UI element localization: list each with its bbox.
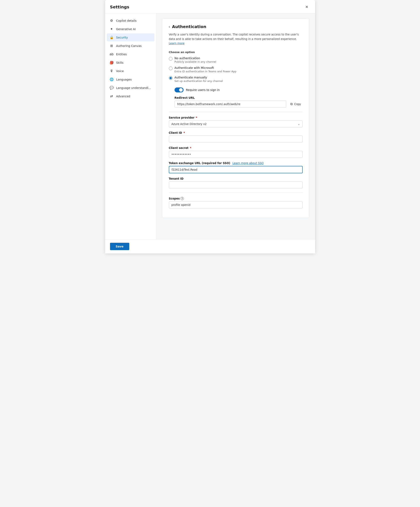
radio-option-microsoft[interactable]: Authenticate with Microsoft Entra ID aut… (169, 66, 303, 73)
microsoft-auth-label: Authenticate with Microsoft (175, 66, 236, 70)
scopes-field-group: Scopes i (169, 197, 303, 208)
tenant-id-label: Tenant ID (169, 177, 303, 180)
sidebar-icon-language-understanding: 💬 (110, 86, 114, 90)
tenant-id-field-group: Tenant ID (169, 177, 303, 189)
auth-description: Verify a user's identity during a conver… (169, 32, 303, 46)
footer-bar: Save (105, 239, 315, 254)
auth-title: Authentication (172, 24, 206, 29)
sidebar-label-authoring-canvas: Authoring Canvas (116, 44, 142, 48)
no-auth-sublabel: Publicly available in any channel (175, 60, 216, 63)
redirect-url-row: ⧉ Copy (175, 101, 303, 107)
sidebar-icon-copilot-details: ⚙ (110, 19, 114, 22)
window-title: Settings (110, 5, 129, 9)
choose-option-label: Choose an option (169, 51, 303, 54)
scopes-label: Scopes i (169, 197, 303, 200)
toggle-label: Require users to sign in (186, 88, 220, 92)
client-id-label-text: Client ID (169, 131, 182, 134)
token-learn-more-link[interactable]: Learn more about SSO (232, 162, 263, 165)
copy-icon: ⧉ (290, 102, 292, 106)
redirect-url-label: Redirect URL (175, 96, 303, 99)
sidebar-label-entities: Entities (116, 53, 127, 56)
client-secret-input[interactable] (169, 151, 303, 158)
manual-auth-section: Require users to sign in Redirect URL ⧉ … (175, 87, 303, 107)
client-secret-field-group: Client secret * (169, 146, 303, 158)
scopes-label-wrapper: Scopes i (169, 197, 184, 200)
settings-window: Settings ✕ ⚙ Copilot details ✦ Generativ… (105, 0, 315, 254)
radio-option-manual[interactable]: Authenticate manually Set up authenticat… (169, 76, 303, 83)
manual-auth-sublabel: Set up authentication for any channel (175, 79, 223, 83)
sidebar-item-generative-ai[interactable]: ✦ Generative AI (107, 25, 155, 33)
service-provider-dropdown-wrapper: Azure Active Directory v2 Generic OAuth … (169, 120, 303, 127)
sidebar-item-skills[interactable]: 🎒 Skills (107, 59, 155, 67)
sidebar-icon-advanced: ⇄ (110, 94, 114, 98)
close-button[interactable]: ✕ (304, 4, 310, 10)
sidebar-icon-voice: 🎙 (110, 69, 114, 73)
sidebar-label-security: Security (116, 36, 128, 39)
sidebar-item-language-understanding[interactable]: 💬 Language understandi... (107, 84, 155, 92)
sidebar-label-languages: Languages (116, 78, 132, 81)
sidebar-item-copilot-details[interactable]: ⚙ Copilot details (107, 17, 155, 25)
title-bar: Settings ✕ (105, 0, 315, 13)
sidebar-icon-authoring-canvas: ⊞ (110, 44, 114, 48)
toggle-row: Require users to sign in (175, 87, 303, 92)
redirect-url-input[interactable] (175, 101, 286, 107)
tenant-id-input[interactable] (169, 182, 303, 189)
service-provider-label-text: Service provider (169, 116, 194, 119)
require-signin-toggle[interactable] (175, 87, 184, 92)
main-layout: ⚙ Copilot details ✦ Generative AI 🔒 Secu… (105, 13, 315, 239)
sidebar-label-skills: Skills (116, 61, 124, 64)
client-id-field-group: Client ID * (169, 131, 303, 143)
scopes-info-icon[interactable]: i (180, 197, 184, 200)
service-provider-select[interactable]: Azure Active Directory v2 Generic OAuth … (169, 120, 303, 127)
auth-description-text: Verify a user's identity during a conver… (169, 33, 299, 41)
content-area: ‹ Authentication Verify a user's identit… (156, 13, 315, 239)
toggle-slider (175, 87, 184, 92)
no-auth-label: No authentication (175, 56, 216, 60)
token-exchange-label-text: Token exchange URL (required for SSO) (169, 162, 230, 165)
sidebar-item-voice[interactable]: 🎙 Voice (107, 67, 155, 75)
client-secret-label-text: Client secret (169, 146, 189, 149)
sidebar-item-advanced[interactable]: ⇄ Advanced (107, 92, 155, 100)
radio-option-no-auth[interactable]: No authentication Publicly available in … (169, 56, 303, 63)
token-exchange-field-group: Token exchange URL (required for SSO) Le… (169, 162, 303, 173)
sidebar-icon-entities: ab (110, 52, 114, 56)
client-id-required: * (184, 131, 185, 134)
radio-manual[interactable] (169, 76, 172, 80)
sidebar-label-copilot-details: Copilot details (116, 19, 137, 22)
service-provider-required: * (196, 116, 197, 119)
radio-no-auth[interactable] (169, 57, 172, 61)
radio-group: No authentication Publicly available in … (169, 56, 303, 83)
sidebar-label-generative-ai: Generative AI (116, 28, 136, 31)
manual-auth-label: Authenticate manually (175, 76, 223, 79)
sidebar-icon-languages: 🌐 (110, 77, 114, 81)
back-button[interactable]: ‹ (169, 25, 170, 29)
token-learn-label: Learn more about SSO (232, 162, 263, 165)
sidebar-icon-skills: 🎒 (110, 61, 114, 64)
sidebar: ⚙ Copilot details ✦ Generative AI 🔒 Secu… (105, 13, 156, 239)
scopes-input[interactable] (169, 201, 303, 208)
radio-microsoft[interactable] (169, 67, 172, 70)
microsoft-auth-sublabel: Entra ID authentication in Teams and Pow… (175, 70, 236, 73)
auth-header: ‹ Authentication (169, 24, 303, 29)
token-exchange-input[interactable] (169, 166, 303, 173)
sidebar-item-entities[interactable]: ab Entities (107, 50, 155, 58)
copy-button[interactable]: ⧉ Copy (289, 101, 303, 107)
client-id-input[interactable] (169, 136, 303, 143)
service-provider-field-group: Service provider * Azure Active Director… (169, 116, 303, 127)
sidebar-item-authoring-canvas[interactable]: ⊞ Authoring Canvas (107, 42, 155, 50)
copy-label: Copy (294, 102, 301, 106)
sidebar-icon-generative-ai: ✦ (110, 27, 114, 31)
service-provider-label: Service provider * (169, 116, 303, 119)
sidebar-label-voice: Voice (116, 70, 124, 73)
save-button[interactable]: Save (110, 243, 129, 250)
scopes-label-text: Scopes (169, 197, 180, 200)
client-secret-label: Client secret * (169, 146, 303, 149)
sidebar-label-language-understanding: Language understandi... (116, 86, 151, 90)
learn-more-link[interactable]: Learn more (169, 42, 185, 45)
client-secret-required: * (190, 146, 191, 149)
sidebar-item-languages[interactable]: 🌐 Languages (107, 75, 155, 83)
sidebar-icon-security: 🔒 (110, 35, 114, 39)
sidebar-item-security[interactable]: 🔒 Security (107, 33, 155, 41)
token-exchange-label: Token exchange URL (required for SSO) Le… (169, 162, 303, 165)
auth-card: ‹ Authentication Verify a user's identit… (162, 18, 309, 218)
